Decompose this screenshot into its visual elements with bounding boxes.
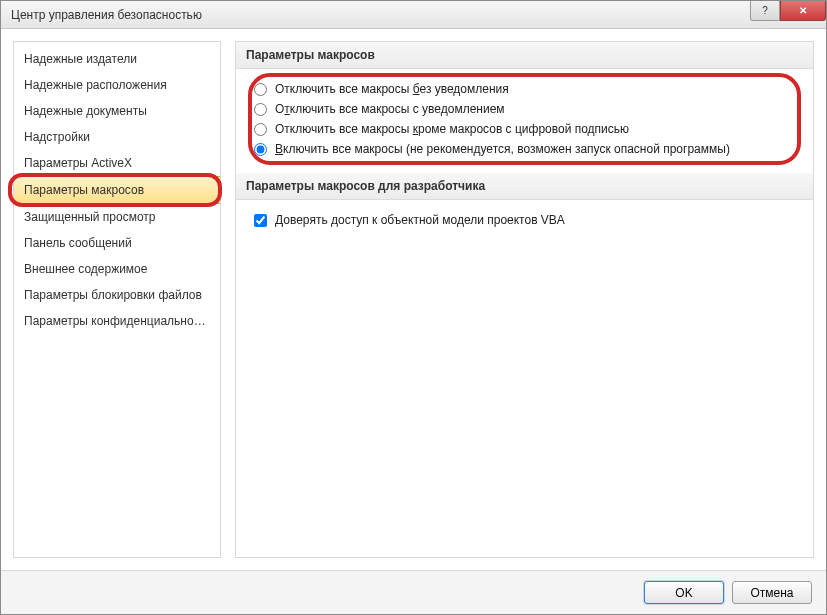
sidebar-item-trusted-publishers[interactable]: Надежные издатели xyxy=(14,46,220,72)
sidebar-item-trusted-locations[interactable]: Надежные расположения xyxy=(14,72,220,98)
sidebar: Надежные издатели Надежные расположения … xyxy=(13,41,221,558)
window-title: Центр управления безопасностью xyxy=(11,8,202,22)
window-controls: ? ✕ xyxy=(750,1,826,21)
radio-input[interactable] xyxy=(254,103,267,116)
radio-disable-with-notify[interactable]: Отключить все макросы с уведомлением xyxy=(254,99,795,119)
sidebar-item-protected-view[interactable]: Защищенный просмотр xyxy=(14,204,220,230)
macro-settings-body: Отключить все макросы без уведомления От… xyxy=(236,69,813,173)
trust-center-window: Центр управления безопасностью ? ✕ Надеж… xyxy=(0,0,827,615)
sidebar-item-macro-settings[interactable]: Параметры макросов xyxy=(14,176,220,204)
main-panel: Параметры макросов Отключить все макросы… xyxy=(235,41,814,558)
developer-macro-header: Параметры макросов для разработчика xyxy=(236,173,813,200)
highlight-annotation-sidebar: Параметры макросов xyxy=(14,176,220,204)
trust-vba-label: Доверять доступ к объектной модели проек… xyxy=(275,213,565,227)
highlight-annotation-main: Отключить все макросы без уведомления От… xyxy=(254,79,795,159)
sidebar-item-privacy[interactable]: Параметры конфиденциальности xyxy=(14,308,220,334)
radio-disable-except-signed[interactable]: Отключить все макросы кроме макросов с ц… xyxy=(254,119,795,139)
dialog-footer: OK Отмена xyxy=(1,570,826,614)
dialog-body: Надежные издатели Надежные расположения … xyxy=(1,29,826,570)
radio-disable-no-notify[interactable]: Отключить все макросы без уведомления xyxy=(254,79,795,99)
radio-input[interactable] xyxy=(254,143,267,156)
radio-input[interactable] xyxy=(254,123,267,136)
close-icon: ✕ xyxy=(799,5,807,16)
radio-label: Включить все макросы (не рекомендуется, … xyxy=(275,142,730,156)
trust-vba-checkbox[interactable] xyxy=(254,214,267,227)
radio-label: Отключить все макросы кроме макросов с ц… xyxy=(275,122,629,136)
radio-label: Отключить все макросы с уведомлением xyxy=(275,102,505,116)
trust-vba-row[interactable]: Доверять доступ к объектной модели проек… xyxy=(254,210,795,230)
radio-label: Отключить все макросы без уведомления xyxy=(275,82,509,96)
help-icon: ? xyxy=(762,5,768,16)
sidebar-item-external-content[interactable]: Внешнее содержимое xyxy=(14,256,220,282)
close-button[interactable]: ✕ xyxy=(780,1,826,21)
developer-macro-body: Доверять доступ к объектной модели проек… xyxy=(236,200,813,244)
sidebar-item-trusted-documents[interactable]: Надежные документы xyxy=(14,98,220,124)
sidebar-item-file-block[interactable]: Параметры блокировки файлов xyxy=(14,282,220,308)
sidebar-item-addins[interactable]: Надстройки xyxy=(14,124,220,150)
radio-enable-all[interactable]: Включить все макросы (не рекомендуется, … xyxy=(254,139,795,159)
radio-input[interactable] xyxy=(254,83,267,96)
help-button[interactable]: ? xyxy=(750,1,780,21)
cancel-button[interactable]: Отмена xyxy=(732,581,812,604)
macro-settings-header: Параметры макросов xyxy=(236,42,813,69)
sidebar-item-activex[interactable]: Параметры ActiveX xyxy=(14,150,220,176)
ok-button[interactable]: OK xyxy=(644,581,724,604)
sidebar-item-message-bar[interactable]: Панель сообщений xyxy=(14,230,220,256)
titlebar: Центр управления безопасностью ? ✕ xyxy=(1,1,826,29)
